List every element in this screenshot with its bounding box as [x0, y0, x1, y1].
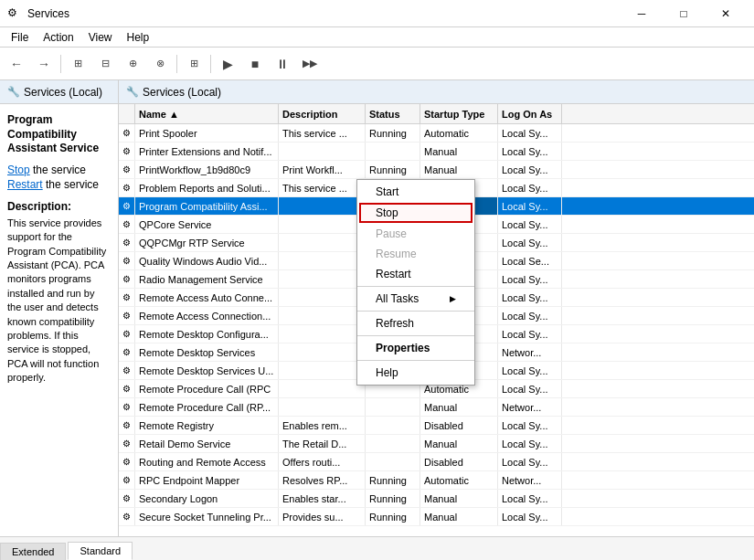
service-desc: [279, 289, 366, 306]
show-hide-button[interactable]: ⊟: [92, 51, 118, 77]
context-menu-item-refresh[interactable]: Refresh: [357, 313, 474, 333]
disconnect-button[interactable]: ⊗: [147, 51, 173, 77]
back-button[interactable]: ←: [4, 51, 29, 77]
service-desc: Offers routi...: [279, 453, 366, 470]
forward-button[interactable]: →: [31, 51, 57, 77]
service-status: [366, 143, 420, 160]
service-icon: ⚙: [119, 343, 135, 361]
service-status: [366, 417, 420, 434]
title-bar-controls: ─ □ ✕: [621, 0, 747, 27]
service-logon: Local Sy...: [498, 197, 562, 215]
service-icon: ⚙: [119, 417, 135, 434]
table-row[interactable]: ⚙Remote Procedure Call (RP...ManualNetwo…: [119, 398, 754, 417]
service-name: Printer Extensions and Notif...: [135, 143, 279, 160]
table-row[interactable]: ⚙Remote RegistryEnables rem...DisabledLo…: [119, 417, 754, 435]
col-header-status[interactable]: Status: [366, 104, 420, 123]
stop-link[interactable]: Stop: [7, 164, 30, 176]
service-name: Remote Procedure Call (RP...: [135, 398, 279, 416]
context-menu-separator: [357, 335, 474, 336]
service-startup: Disabled: [420, 453, 498, 470]
service-icon: ⚙: [119, 508, 135, 525]
stop-action: Stop the service: [7, 164, 111, 176]
table-row[interactable]: ⚙Secure Socket Tunneling Pr...Provides s…: [119, 508, 754, 526]
service-startup: Manual: [420, 143, 498, 160]
service-status: Running: [366, 471, 420, 489]
service-name: Secondary Logon: [135, 490, 279, 507]
service-logon: Local Sy...: [498, 179, 562, 196]
minimize-button[interactable]: ─: [621, 0, 663, 27]
context-menu-item-start[interactable]: Start: [357, 182, 474, 202]
table-row[interactable]: ⚙Retail Demo ServiceThe Retail D...Manua…: [119, 435, 754, 453]
service-name: Secure Socket Tunneling Pr...: [135, 508, 279, 525]
service-desc: [279, 143, 366, 160]
service-name: QPCore Service: [135, 216, 279, 233]
service-desc: [279, 252, 366, 269]
table-row[interactable]: ⚙Routing and Remote AccessOffers routi..…: [119, 453, 754, 471]
context-menu-item-properties[interactable]: Properties: [357, 338, 474, 358]
service-name: RPC Endpoint Mapper: [135, 471, 279, 489]
service-icon: ⚙: [119, 234, 135, 251]
context-menu-item-restart[interactable]: Restart: [357, 264, 474, 284]
context-menu-item-all-tasks[interactable]: All Tasks▶: [357, 289, 474, 309]
left-panel-title: Services (Local): [24, 86, 102, 99]
maximize-button[interactable]: □: [663, 0, 705, 27]
context-menu-item-stop[interactable]: Stop: [359, 203, 473, 223]
service-logon: Local Sy...: [498, 380, 562, 397]
col-header-logon[interactable]: Log On As: [498, 104, 562, 123]
service-name: Remote Access Auto Conne...: [135, 289, 279, 306]
tab-standard[interactable]: Standard: [68, 542, 133, 560]
menu-file[interactable]: File: [4, 29, 36, 46]
service-status: Running: [366, 124, 420, 142]
menu-action[interactable]: Action: [36, 29, 80, 46]
table-row[interactable]: ⚙PrintWorkflow_1b9d80c9Print Workfl...Ru…: [119, 161, 754, 179]
service-startup: Disabled: [420, 417, 498, 434]
service-desc: [279, 307, 366, 324]
service-startup: Manual: [420, 435, 498, 452]
service-name: Remote Access Connection...: [135, 307, 279, 324]
main-container: 🔧 Services (Local) Program Compatibility…: [0, 80, 754, 536]
service-status: Running: [366, 161, 420, 178]
up-button[interactable]: ⊞: [65, 51, 90, 77]
menu-bar: File Action View Help: [0, 27, 754, 48]
service-desc: Enables rem...: [279, 417, 366, 434]
table-row[interactable]: ⚙Print SpoolerThis service ...RunningAut…: [119, 124, 754, 143]
col-header-startup[interactable]: Startup Type: [420, 104, 498, 123]
left-panel-content: Program Compatibility Assistant Service …: [0, 104, 118, 536]
col-header-name[interactable]: Name ▲: [135, 104, 279, 123]
close-button[interactable]: ✕: [705, 0, 747, 27]
tab-extended[interactable]: Extended: [0, 543, 66, 560]
table-row[interactable]: ⚙RPC Endpoint MapperResolves RP...Runnin…: [119, 471, 754, 490]
service-startup: Manual: [420, 508, 498, 525]
right-panel-header: 🔧 Services (Local): [119, 80, 754, 104]
properties-button[interactable]: ⊞: [181, 51, 207, 77]
service-desc: [279, 216, 366, 233]
service-desc: Enables star...: [279, 490, 366, 507]
service-logon: Local Sy...: [498, 270, 562, 288]
service-desc: Print Workfl...: [279, 161, 366, 178]
service-icon: ⚙: [119, 362, 135, 379]
service-name: Print Spooler: [135, 124, 279, 142]
service-icon: ⚙: [119, 307, 135, 324]
service-icon: ⚙: [119, 197, 135, 215]
col-header-desc[interactable]: Description: [279, 104, 366, 123]
table-row[interactable]: ⚙Printer Extensions and Notif...ManualLo…: [119, 143, 754, 161]
service-name: Remote Procedure Call (RPC: [135, 380, 279, 397]
restart-service-button[interactable]: ▶▶: [297, 51, 323, 77]
col-header-name[interactable]: [119, 104, 135, 123]
restart-text: the service: [43, 178, 99, 191]
service-logon: Local Sy...: [498, 216, 562, 233]
pause-service-button[interactable]: ⏸: [270, 51, 295, 77]
menu-help[interactable]: Help: [120, 29, 157, 46]
description-label: Description:: [7, 200, 111, 213]
service-icon: ⚙: [119, 143, 135, 160]
service-name: Problem Reports and Soluti...: [135, 179, 279, 196]
restart-link[interactable]: Restart: [7, 178, 43, 191]
service-desc: [279, 343, 366, 361]
context-menu-item-help[interactable]: Help: [357, 363, 474, 383]
start-service-button[interactable]: ▶: [215, 51, 240, 77]
connect-button[interactable]: ⊕: [120, 51, 145, 77]
stop-service-button[interactable]: ■: [242, 51, 268, 77]
menu-view[interactable]: View: [81, 29, 120, 46]
table-row[interactable]: ⚙Secondary LogonEnables star...RunningMa…: [119, 490, 754, 508]
service-name: Radio Management Service: [135, 270, 279, 288]
